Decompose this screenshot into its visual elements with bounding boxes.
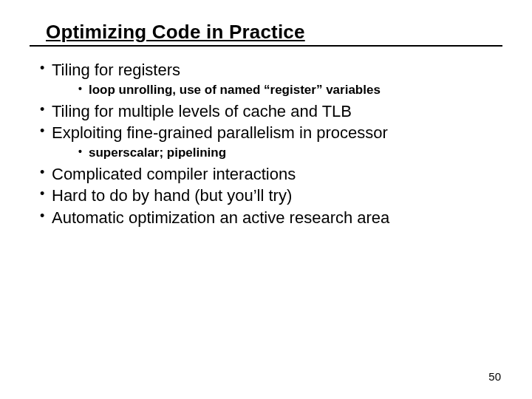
- bullet-text: Exploiting fine-grained parallelism in p…: [52, 123, 388, 142]
- bullet-item: Automatic optimization an active researc…: [40, 208, 502, 228]
- slide-title: Optimizing Code in Practice: [46, 21, 502, 44]
- bullet-item: Complicated compiler interactions: [40, 164, 502, 185]
- sub-bullet-item: loop unrolling, use of named “register” …: [78, 82, 502, 98]
- title-underline-rule: [30, 45, 502, 47]
- bullet-item: Exploiting fine-grained parallelism in p…: [40, 123, 502, 161]
- slide: Optimizing Code in Practice Tiling for r…: [0, 0, 532, 399]
- sub-bullet-item: superscalar; pipelining: [78, 145, 502, 161]
- bullet-text: Tiling for registers: [52, 61, 180, 79]
- bullet-text: Automatic optimization an active researc…: [52, 208, 389, 227]
- sub-bullet-list: loop unrolling, use of named “register” …: [52, 82, 502, 98]
- sub-bullet-text: loop unrolling, use of named “register” …: [89, 83, 381, 97]
- bullet-item: Tiling for registers loop unrolling, use…: [40, 60, 502, 98]
- bullet-item: Tiling for multiple levels of cache and …: [40, 101, 502, 122]
- bullet-text: Hard to do by hand (but you’ll try): [52, 186, 292, 205]
- bullet-list: Tiling for registers loop unrolling, use…: [30, 60, 502, 228]
- sub-bullet-list: superscalar; pipelining: [52, 145, 502, 161]
- page-number: 50: [488, 370, 501, 383]
- bullet-text: Complicated compiler interactions: [52, 165, 296, 183]
- bullet-item: Hard to do by hand (but you’ll try): [40, 185, 502, 206]
- bullet-text: Tiling for multiple levels of cache and …: [52, 102, 352, 120]
- sub-bullet-text: superscalar; pipelining: [89, 146, 226, 160]
